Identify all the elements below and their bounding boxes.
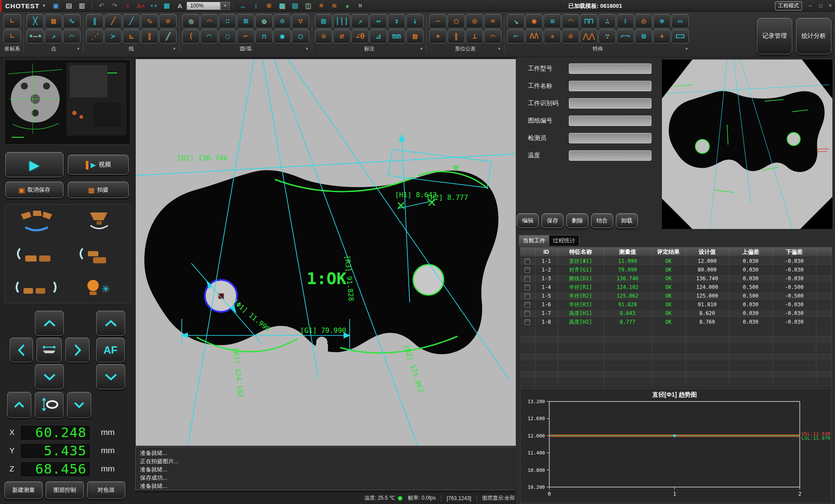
sp-chain-icon[interactable]: ∴ (598, 14, 616, 28)
redo-icon[interactable]: ↷ (109, 1, 120, 10)
stage-width-icon[interactable]: ↔ (237, 1, 249, 10)
point-midpoint-icon[interactable]: •–• (27, 29, 44, 43)
line-wave-icon[interactable]: ∿ (141, 14, 158, 28)
zoom-dropdown-icon[interactable]: ▾ (220, 2, 230, 10)
检测员-input[interactable] (569, 133, 651, 143)
unload-button[interactable]: 卸载 (616, 213, 638, 228)
hole-right[interactable] (413, 265, 444, 295)
camera-preview[interactable] (4, 60, 130, 145)
z-up-button[interactable] (96, 311, 125, 336)
tol-perpendicularity-icon[interactable]: ⊥ (466, 29, 483, 43)
combine-button[interactable]: 结合 (591, 213, 613, 228)
zoom-select[interactable]: 100% (187, 2, 220, 10)
table-row[interactable]: 1-4半径[R1]124.102OK124.0000.500-0.500 (520, 283, 832, 292)
dim-aligned-icon[interactable]: ⇗ (351, 14, 369, 28)
layer-control-button[interactable]: 图层控制 (46, 481, 84, 499)
light-settings-icon[interactable]: ✳ (67, 270, 130, 303)
column-header[interactable]: 下偏差 (772, 247, 816, 257)
coordinate-system-world-icon[interactable]: ∟ (3, 14, 21, 28)
maximize-button[interactable]: □ (817, 2, 825, 10)
z-down-button[interactable] (96, 364, 125, 389)
circle-concentric-icon[interactable]: ◎ (182, 14, 200, 28)
table-row[interactable]: 1-2对齐[G1]79.990OK80.0000.030-0.030 (520, 265, 832, 274)
row-checkbox[interactable] (524, 276, 530, 282)
line-multi-point-icon[interactable]: ⋰ (86, 29, 104, 43)
save-icon[interactable]: ▣ (50, 1, 62, 10)
point-wave-icon[interactable]: ∿ (63, 14, 80, 28)
font-style-icon[interactable]: A (174, 1, 186, 10)
group-dropdown-icon[interactable]: ▼ (305, 47, 309, 51)
column-header[interactable] (520, 247, 535, 257)
print-icon[interactable]: ▥ (77, 1, 88, 10)
arc-corner-icon[interactable]: ⌐ (237, 29, 254, 43)
sp-wave-peaks-icon[interactable]: ⋀⋀ (580, 29, 598, 43)
group-dropdown-icon[interactable]: ▼ (498, 47, 501, 51)
pattern-outline-icon[interactable]: ▨ (290, 1, 301, 10)
delete-button[interactable]: 删除 (566, 213, 588, 228)
sp-zigzag-icon[interactable]: ΛΛ (525, 29, 543, 43)
circle-gear-icon[interactable]: ❂ (255, 14, 273, 28)
dim-radius-icon[interactable]: ⊙ (315, 29, 332, 43)
coaxial-light-icon[interactable] (67, 205, 130, 237)
coordinate-system-part-icon[interactable]: ∟ (3, 29, 21, 43)
column-header[interactable]: 上偏差 (729, 247, 772, 257)
circle-boxed-icon[interactable]: ⊞ (237, 14, 254, 28)
focus-up-button[interactable] (7, 392, 31, 418)
row-checkbox[interactable] (524, 311, 530, 316)
arc-crescent-icon[interactable]: ( (182, 29, 200, 43)
sp-runout-icon[interactable]: ◎ (635, 14, 652, 28)
tol-roundness-icon[interactable]: ○ (448, 14, 465, 28)
settings-gear-icon[interactable]: ✳ (316, 1, 327, 10)
dim-ruler-icon[interactable]: ▤ (315, 14, 332, 28)
row-checkbox[interactable] (524, 285, 530, 290)
table-row[interactable]: 1-5半径[R2]125.062OK125.0000.500-0.500 (520, 292, 832, 300)
dim-vertical-lines-icon[interactable]: ||| (333, 14, 351, 28)
row-checkbox[interactable] (524, 293, 530, 299)
pattern-fill-icon[interactable]: ▩ (277, 1, 288, 10)
column-header[interactable] (816, 247, 832, 257)
device-icon[interactable]: ⌗ (355, 1, 366, 10)
line-perpendicular-icon[interactable]: ⊾ (123, 29, 140, 43)
cube-3d-icon[interactable]: ◫ (303, 1, 314, 10)
arc-ring-icon[interactable]: ⌒ (200, 14, 218, 28)
column-header[interactable]: 设计值 (685, 247, 729, 257)
app-logo[interactable]: CHOTEST (5, 2, 40, 10)
tol-concentricity-icon[interactable]: ◎ (466, 14, 483, 28)
point-on-plane-icon[interactable]: ▨ (45, 14, 62, 28)
focus-ring-button[interactable] (35, 392, 63, 418)
column-header[interactable]: 评定结果 (651, 247, 685, 257)
line-tangent-icon[interactable]: ⊘ (159, 14, 177, 28)
measurement-viewport[interactable]: [D1] 136.746 [H1] 8.643 [H2] 8.777 [R3] … (135, 57, 518, 504)
video-button[interactable]: ▌▶ 视频 (68, 155, 129, 175)
light-add-icon[interactable]: ⊕ (264, 1, 275, 10)
table-row[interactable]: 1-8高度[H2]8.777OK8.7600.030-0.030 (520, 318, 832, 326)
sp-arc-width-icon[interactable]: ◠ (562, 14, 579, 28)
line-bisector-icon[interactable]: ≻ (104, 29, 122, 43)
side-light-right-icon[interactable] (67, 237, 130, 270)
sp-tangent-line-icon[interactable]: ↘ (507, 14, 524, 28)
tab-过程统计[interactable]: 过程统计 (549, 235, 579, 246)
engineering-mode-button[interactable]: 工程模式 (775, 1, 802, 10)
tol-straightness-icon[interactable]: — (429, 14, 447, 28)
温度-input[interactable] (569, 150, 651, 161)
dim-angle-icon[interactable]: ∠θ (351, 29, 369, 43)
row-checkbox[interactable] (524, 267, 530, 273)
circle-probe-icon[interactable]: ⊙ (274, 14, 291, 28)
layer-display-status[interactable]: 图层显示:全部 (482, 494, 515, 502)
sp-gear-height-icon[interactable]: ✳ (544, 29, 561, 43)
工件名称-input[interactable] (569, 81, 651, 91)
sp-circle-arrow-icon[interactable]: ⊘ (562, 29, 579, 43)
dim-area-icon[interactable]: ▨ (406, 29, 424, 43)
sp-move-target-icon[interactable]: ⊕ (653, 14, 671, 28)
tol-profile-arc-icon[interactable]: ⌒ (484, 29, 501, 43)
focuser-button[interactable]: 对焦器 (87, 481, 125, 499)
工件识别码-input[interactable] (569, 98, 651, 109)
tol-position-icon[interactable]: ⌖ (429, 29, 447, 43)
trend-chart[interactable]: 直径[Φ1] 趋势图13.20012.60012.00011.40010.800… (520, 388, 832, 503)
ellipse-icon[interactable]: ○ (292, 29, 309, 43)
cancel-save-button[interactable]: ▣ 取消保存 (5, 182, 63, 198)
table-row[interactable]: 1-6半径[R3]91.828OK91.8100.030-0.030 (520, 300, 832, 309)
sp-corner-tangent-icon[interactable]: ⌐ (507, 29, 524, 43)
图纸编号-input[interactable] (569, 116, 651, 126)
row-checkbox[interactable] (524, 259, 530, 264)
